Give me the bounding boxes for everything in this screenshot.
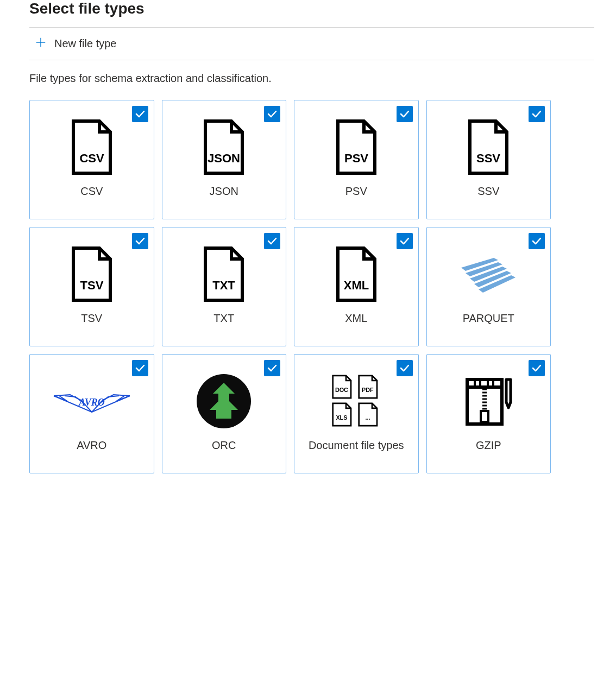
checkbox-checked-icon[interactable] [529,106,545,122]
svg-text:CSV: CSV [79,151,104,165]
svg-text:SSV: SSV [476,151,500,165]
file-type-label: PSV [345,185,367,198]
file-type-label: GZIP [476,439,501,452]
checkbox-checked-icon[interactable] [397,360,413,376]
checkbox-checked-icon[interactable] [132,106,148,122]
checkbox-checked-icon[interactable] [132,360,148,376]
file-type-label: PARQUET [463,312,514,325]
new-file-type-button[interactable]: New file type [29,28,594,60]
file-type-label: ORC [212,439,236,452]
description-text: File types for schema extraction and cla… [29,72,594,85]
file-type-grid: CSV CSV JSON JSON PSV PSV SSV SSV TSV TS… [29,100,551,473]
checkbox-checked-icon[interactable] [529,233,545,249]
svg-text:DOC: DOC [335,387,348,393]
file-type-card-avro[interactable]: AVRO AVRO [29,354,154,473]
file-type-icon: SSV [466,119,511,175]
plus-icon [35,36,47,51]
parquet-icon [456,252,521,296]
file-type-card-psv[interactable]: PSV PSV [294,100,419,219]
svg-text:XML: XML [344,279,369,292]
file-type-label: JSON [210,185,238,198]
avro-icon: AVRO [48,385,135,418]
document-group-icon: DOC PDF XLS ... [329,374,384,428]
svg-text:PSV: PSV [344,151,368,165]
divider-bottom [29,60,594,60]
file-type-label: Document file types [309,439,404,452]
checkbox-checked-icon[interactable] [264,106,280,122]
svg-text:XLS: XLS [336,414,347,421]
file-type-card-orc[interactable]: ORC [162,354,287,473]
checkbox-checked-icon[interactable] [132,233,148,249]
svg-rect-31 [481,411,488,422]
svg-text:TSV: TSV [80,279,103,292]
file-type-card-csv[interactable]: CSV CSV [29,100,154,219]
file-type-card-document-file-types[interactable]: DOC PDF XLS ... Document file types [294,354,419,473]
svg-text:TXT: TXT [212,279,235,292]
checkbox-checked-icon[interactable] [264,233,280,249]
file-type-card-gzip[interactable]: GZIP [426,354,551,473]
svg-text:JSON: JSON [208,151,240,165]
file-type-label: CSV [80,185,103,198]
file-type-label: AVRO [77,439,106,452]
file-type-icon: JSON [201,119,247,175]
checkbox-checked-icon[interactable] [397,106,413,122]
svg-text:PDF: PDF [362,387,374,393]
file-type-icon: CSV [69,119,115,175]
file-type-label: SSV [477,185,499,198]
file-type-icon: TXT [201,246,247,302]
new-file-type-label: New file type [54,37,117,50]
svg-text:AVRO: AVRO [78,397,105,408]
orc-icon [196,373,252,429]
file-type-icon: PSV [334,119,379,175]
file-type-card-parquet[interactable]: PARQUET [426,227,551,346]
checkbox-checked-icon[interactable] [529,360,545,376]
file-type-card-ssv[interactable]: SSV SSV [426,100,551,219]
file-type-icon: TSV [69,246,115,302]
file-type-card-txt[interactable]: TXT TXT [162,227,287,346]
file-type-card-tsv[interactable]: TSV TSV [29,227,154,346]
checkbox-checked-icon[interactable] [264,360,280,376]
file-type-label: XML [345,312,367,325]
page-title: Select file types [29,0,594,17]
file-type-icon: XML [334,246,379,302]
gzip-icon [464,374,513,428]
checkbox-checked-icon[interactable] [397,233,413,249]
file-type-card-xml[interactable]: XML XML [294,227,419,346]
file-type-label: TXT [213,312,234,325]
file-type-card-json[interactable]: JSON JSON [162,100,287,219]
file-type-label: TSV [81,312,102,325]
svg-text:...: ... [365,414,370,421]
